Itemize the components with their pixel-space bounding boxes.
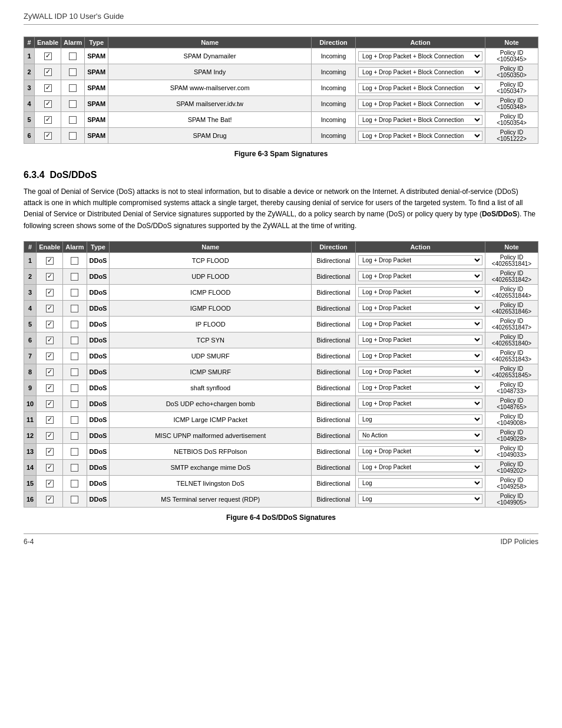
alarm-checkbox[interactable] — [69, 52, 77, 60]
spam-row-action[interactable]: Log + Drop Packet + Block Connection Dro… — [356, 128, 485, 144]
ddos-row-enable[interactable] — [37, 475, 63, 491]
ddos-row-enable[interactable] — [37, 284, 63, 300]
alarm-checkbox[interactable] — [71, 384, 78, 392]
spam-row-action[interactable]: Log + Drop Packet + Block Connection Dro… — [356, 80, 485, 96]
ddos-row-alarm[interactable] — [63, 252, 87, 268]
ddos-row-alarm[interactable] — [63, 332, 87, 348]
ddos-row-action[interactable]: Log + Drop Packet Drop Packet Log + Drop… — [356, 380, 485, 396]
ddos-row-enable[interactable] — [37, 332, 63, 348]
ddos-action-select[interactable]: Log Drop Packet Log + Drop Packet Drop P… — [358, 478, 482, 488]
alarm-checkbox[interactable] — [71, 464, 78, 472]
alarm-checkbox[interactable] — [69, 100, 77, 108]
ddos-row-action[interactable]: Log + Drop Packet Drop Packet Log + Drop… — [356, 252, 485, 268]
alarm-checkbox[interactable] — [69, 132, 77, 140]
ddos-action-select[interactable]: Log + Drop Packet Drop Packet Log + Drop… — [358, 303, 482, 313]
enable-checkbox[interactable] — [46, 337, 54, 344]
ddos-action-select[interactable]: Log Drop Packet Log + Drop Packet Drop P… — [358, 494, 482, 504]
spam-row-alarm[interactable] — [61, 48, 85, 64]
ddos-row-enable[interactable] — [37, 300, 63, 316]
enable-checkbox[interactable] — [44, 100, 52, 108]
spam-row-alarm[interactable] — [61, 80, 85, 96]
ddos-row-action[interactable]: Log + Drop Packet Drop Packet Log + Drop… — [356, 459, 485, 475]
enable-checkbox[interactable] — [44, 84, 52, 92]
alarm-checkbox[interactable] — [69, 116, 77, 124]
ddos-row-action[interactable]: Log + Drop Packet Drop Packet Log + Drop… — [356, 443, 485, 459]
enable-checkbox[interactable] — [46, 400, 54, 408]
alarm-checkbox[interactable] — [69, 84, 77, 92]
spam-action-select[interactable]: Log + Drop Packet + Block Connection Dro… — [358, 83, 482, 93]
ddos-action-select[interactable]: Log + Drop Packet Drop Packet Log + Drop… — [358, 319, 482, 329]
ddos-action-select[interactable]: No Action Drop Packet Log + Drop Packet … — [358, 430, 482, 440]
ddos-row-alarm[interactable] — [63, 443, 87, 459]
alarm-checkbox[interactable] — [71, 337, 78, 344]
ddos-row-action[interactable]: No Action Drop Packet Log + Drop Packet … — [356, 427, 485, 443]
ddos-row-action[interactable]: Log Drop Packet Log + Drop Packet Drop P… — [356, 411, 485, 427]
alarm-checkbox[interactable] — [71, 289, 78, 297]
enable-checkbox[interactable] — [44, 52, 52, 60]
spam-row-action[interactable]: Log + Drop Packet + Block Connection Dro… — [356, 112, 485, 128]
spam-row-action[interactable]: Log + Drop Packet + Block Connection Dro… — [356, 48, 485, 64]
enable-checkbox[interactable] — [46, 384, 54, 392]
enable-checkbox[interactable] — [46, 368, 54, 376]
ddos-row-enable[interactable] — [37, 316, 63, 332]
ddos-row-alarm[interactable] — [63, 475, 87, 491]
ddos-row-alarm[interactable] — [63, 427, 87, 443]
ddos-row-enable[interactable] — [37, 396, 63, 411]
ddos-row-action[interactable]: Log + Drop Packet Drop Packet Log + Drop… — [356, 332, 485, 348]
alarm-checkbox[interactable] — [71, 257, 78, 265]
enable-checkbox[interactable] — [46, 432, 54, 440]
ddos-row-alarm[interactable] — [63, 364, 87, 380]
enable-checkbox[interactable] — [46, 464, 54, 472]
spam-row-enable[interactable] — [35, 48, 61, 64]
spam-action-select[interactable]: Log + Drop Packet + Block Connection Dro… — [358, 131, 482, 141]
ddos-row-alarm[interactable] — [63, 491, 87, 507]
spam-row-alarm[interactable] — [61, 64, 85, 80]
spam-row-enable[interactable] — [35, 80, 61, 96]
spam-action-select[interactable]: Log + Drop Packet + Block Connection Dro… — [358, 51, 482, 61]
alarm-checkbox[interactable] — [71, 432, 78, 440]
spam-action-select[interactable]: Log + Drop Packet + Block Connection Dro… — [358, 115, 482, 125]
ddos-action-select[interactable]: Log + Drop Packet Drop Packet Log + Drop… — [358, 271, 482, 281]
alarm-checkbox[interactable] — [71, 416, 78, 424]
spam-row-alarm[interactable] — [61, 112, 85, 128]
alarm-checkbox[interactable] — [69, 68, 77, 76]
ddos-action-select[interactable]: Log + Drop Packet Drop Packet Log + Drop… — [358, 446, 482, 456]
ddos-row-enable[interactable] — [37, 268, 63, 284]
spam-row-enable[interactable] — [35, 64, 61, 80]
ddos-row-enable[interactable] — [37, 380, 63, 396]
ddos-row-enable[interactable] — [37, 411, 63, 427]
ddos-row-action[interactable]: Log Drop Packet Log + Drop Packet Drop P… — [356, 475, 485, 491]
alarm-checkbox[interactable] — [71, 321, 78, 328]
alarm-checkbox[interactable] — [71, 496, 78, 503]
enable-checkbox[interactable] — [46, 416, 54, 424]
enable-checkbox[interactable] — [44, 132, 52, 140]
enable-checkbox[interactable] — [46, 321, 54, 328]
ddos-row-action[interactable]: Log + Drop Packet Drop Packet Log + Drop… — [356, 316, 485, 332]
ddos-action-select[interactable]: Log Drop Packet Log + Drop Packet Drop P… — [358, 414, 482, 424]
ddos-row-action[interactable]: Log + Drop Packet Drop Packet Log + Drop… — [356, 284, 485, 300]
ddos-row-alarm[interactable] — [63, 300, 87, 316]
ddos-row-enable[interactable] — [37, 459, 63, 475]
ddos-row-alarm[interactable] — [63, 380, 87, 396]
ddos-row-action[interactable]: Log + Drop Packet Drop Packet Log + Drop… — [356, 300, 485, 316]
ddos-row-alarm[interactable] — [63, 396, 87, 411]
ddos-row-enable[interactable] — [37, 491, 63, 507]
spam-action-select[interactable]: Log + Drop Packet + Block Connection Dro… — [358, 67, 482, 77]
ddos-action-select[interactable]: Log + Drop Packet Drop Packet Log + Drop… — [358, 462, 482, 472]
ddos-row-action[interactable]: Log Drop Packet Log + Drop Packet Drop P… — [356, 491, 485, 507]
ddos-action-select[interactable]: Log + Drop Packet Drop Packet Log + Drop… — [358, 335, 482, 345]
ddos-action-select[interactable]: Log + Drop Packet Drop Packet Log + Drop… — [358, 287, 482, 297]
enable-checkbox[interactable] — [46, 289, 54, 297]
ddos-action-select[interactable]: Log + Drop Packet Drop Packet Log + Drop… — [358, 351, 482, 361]
alarm-checkbox[interactable] — [71, 273, 78, 281]
ddos-row-alarm[interactable] — [63, 268, 87, 284]
ddos-row-action[interactable]: Log + Drop Packet Drop Packet Log + Drop… — [356, 364, 485, 380]
alarm-checkbox[interactable] — [71, 305, 78, 312]
ddos-action-select[interactable]: Log + Drop Packet Drop Packet Log + Drop… — [358, 398, 482, 409]
spam-row-action[interactable]: Log + Drop Packet + Block Connection Dro… — [356, 64, 485, 80]
spam-row-alarm[interactable] — [61, 128, 85, 144]
ddos-row-enable[interactable] — [37, 443, 63, 459]
spam-row-alarm[interactable] — [61, 96, 85, 112]
enable-checkbox[interactable] — [44, 116, 52, 124]
ddos-row-action[interactable]: Log + Drop Packet Drop Packet Log + Drop… — [356, 268, 485, 284]
